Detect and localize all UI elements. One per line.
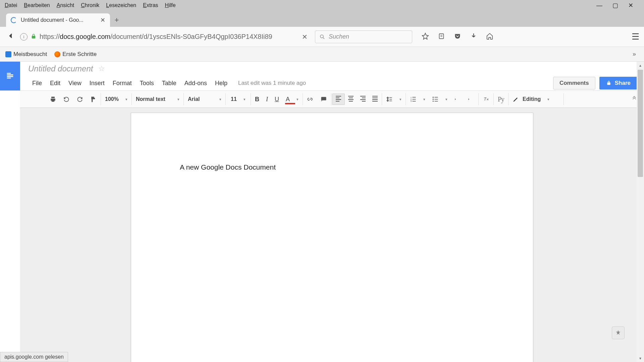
menu-insert[interactable]: Insert	[86, 78, 109, 89]
os-menu-datei[interactable]: Datei	[1, 1, 20, 10]
browser-tab[interactable]: Untitled document - Goo... ✕	[6, 13, 110, 27]
pocket-icon[interactable]	[454, 33, 461, 41]
svg-point-14	[433, 101, 434, 102]
window-maximize-icon[interactable]: ▢	[612, 2, 618, 8]
scroll-down-icon[interactable]: ▾	[637, 356, 644, 361]
last-edit-status: Last edit was 1 minute ago	[238, 80, 306, 86]
document-page[interactable]: A new Google Docs Document	[131, 113, 533, 362]
os-menu-chronik[interactable]: Chronik	[77, 1, 103, 10]
italic-button[interactable]: I	[263, 94, 271, 105]
search-placeholder: Suchen	[329, 33, 349, 40]
align-justify-icon[interactable]	[369, 94, 381, 105]
new-tab-button[interactable]: +	[110, 13, 123, 27]
menu-edit[interactable]: Edit	[46, 78, 64, 89]
zoom-dropdown[interactable]: 100%	[102, 94, 131, 104]
os-menu-extras[interactable]: Extras	[140, 1, 161, 10]
address-bar[interactable]: https://docs.google.com/document/d/1yscs…	[40, 30, 294, 44]
document-title[interactable]: Untitled document	[28, 64, 93, 73]
back-button[interactable]	[5, 31, 17, 43]
bookmark-erste-schritte[interactable]: Erste Schritte	[52, 50, 99, 59]
insert-comment-icon[interactable]	[317, 94, 330, 105]
docs-menu-bar: File Edit View Insert Format Tools Table…	[20, 76, 644, 90]
print-icon[interactable]	[46, 94, 60, 105]
browser-search-box[interactable]: Suchen	[315, 31, 412, 43]
line-spacing-dropdown[interactable]	[383, 94, 405, 105]
redo-icon[interactable]	[73, 94, 87, 105]
site-info-icon[interactable]: i	[20, 33, 28, 41]
vertical-scrollbar[interactable]: ▴ ▾	[637, 62, 644, 362]
pencil-icon	[513, 96, 519, 103]
numbered-list-dropdown[interactable]: 123	[407, 94, 429, 105]
docs-format-toolbar: 100% Normal text Arial 11 B I U A 123	[20, 90, 644, 108]
underline-button[interactable]: U	[271, 94, 282, 105]
menu-help[interactable]: Help	[211, 78, 231, 89]
tab-close-icon[interactable]: ✕	[100, 16, 105, 24]
menu-format[interactable]: Format	[109, 78, 136, 89]
browser-toolbar: i https://docs.google.com/document/d/1ys…	[0, 27, 644, 47]
font-dropdown[interactable]: Arial	[184, 94, 225, 104]
share-button[interactable]: Share	[599, 77, 637, 89]
lock-icon	[606, 80, 611, 86]
svg-rect-5	[321, 97, 326, 100]
svg-point-12	[433, 97, 434, 98]
scroll-up-icon[interactable]: ▴	[637, 63, 644, 68]
scrollbar-thumb[interactable]	[638, 70, 643, 177]
svg-rect-2	[439, 34, 444, 39]
menu-table[interactable]: Table	[158, 78, 180, 89]
docs-home-button[interactable]	[0, 62, 20, 90]
bookmark-folder-icon	[5, 51, 11, 57]
downloads-icon[interactable]	[470, 33, 477, 41]
document-canvas[interactable]: A new Google Docs Document	[20, 108, 644, 362]
https-lock-icon[interactable]	[31, 34, 36, 40]
text-color-dropdown[interactable]: A	[282, 94, 302, 105]
star-icon[interactable]: ☆	[98, 64, 105, 73]
menu-tools[interactable]: Tools	[136, 78, 158, 89]
decrease-indent-icon[interactable]	[451, 94, 464, 105]
os-menu-bar: Datei Bearbeiten Ansicht Chronik Lesezei…	[0, 0, 644, 11]
clear-url-icon[interactable]: ✕	[298, 33, 312, 41]
browser-status-bar: apis.google.com gelesen	[0, 352, 68, 362]
svg-point-0	[320, 35, 323, 38]
editing-mode-dropdown[interactable]: Editing	[509, 94, 563, 105]
comments-button[interactable]: Comments	[553, 77, 595, 89]
os-menu-bearbeiten[interactable]: Bearbeiten	[20, 1, 53, 10]
undo-icon[interactable]	[60, 94, 73, 105]
svg-line-1	[323, 38, 324, 39]
bookmarks-toolbar: Meistbesucht Erste Schritte »	[0, 47, 644, 62]
svg-text:✕: ✕	[486, 98, 489, 101]
align-center-icon[interactable]	[345, 94, 357, 105]
reading-list-icon[interactable]	[438, 33, 445, 41]
bookmark-star-icon[interactable]	[422, 33, 429, 41]
browser-menu-icon[interactable]: ☰	[632, 32, 639, 42]
increase-indent-icon[interactable]	[464, 94, 478, 105]
input-tools-icon[interactable]: Py	[494, 94, 507, 105]
window-close-icon[interactable]: ✕	[628, 2, 633, 8]
home-icon[interactable]	[486, 33, 493, 41]
bookmark-meistbesucht[interactable]: Meistbesucht	[3, 50, 50, 59]
menu-view[interactable]: View	[64, 78, 86, 89]
svg-text:3: 3	[411, 100, 412, 102]
document-body-text[interactable]: A new Google Docs Document	[180, 163, 276, 171]
browser-tab-strip: Untitled document - Goo... ✕ +	[0, 11, 644, 27]
insert-link-icon[interactable]	[304, 94, 317, 105]
bookmarks-overflow-icon[interactable]: »	[633, 51, 641, 58]
firefox-icon	[54, 51, 60, 57]
align-right-icon[interactable]	[357, 94, 369, 105]
svg-point-13	[433, 99, 434, 100]
paint-format-icon[interactable]	[87, 94, 100, 105]
align-left-icon[interactable]	[332, 94, 345, 105]
os-menu-hilfe[interactable]: Hilfe	[162, 1, 179, 10]
bold-button[interactable]: B	[252, 94, 263, 105]
os-menu-ansicht[interactable]: Ansicht	[53, 1, 77, 10]
paragraph-style-dropdown[interactable]: Normal text	[132, 94, 183, 104]
tab-title: Untitled document - Goo...	[21, 17, 100, 23]
loading-spinner-icon	[11, 17, 17, 23]
bulleted-list-dropdown[interactable]	[429, 94, 451, 105]
window-minimize-icon[interactable]: —	[596, 2, 602, 8]
menu-file[interactable]: File	[28, 78, 46, 89]
font-size-dropdown[interactable]: 11	[226, 94, 250, 104]
clear-formatting-icon[interactable]: T✕	[479, 94, 493, 105]
menu-addons[interactable]: Add-ons	[180, 78, 211, 89]
os-menu-lesezeichen[interactable]: Lesezeichen	[103, 1, 140, 10]
explore-button[interactable]	[612, 326, 625, 339]
